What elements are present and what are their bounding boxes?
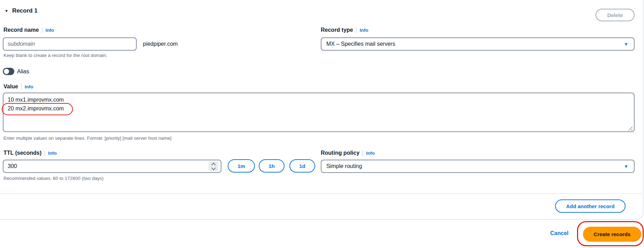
record-type-label-row: Record type Info [321, 27, 368, 34]
record-section-header[interactable]: ▼ Record 1 [5, 7, 38, 14]
create-records-button[interactable]: Create records [583, 227, 641, 242]
delete-record-button[interactable]: Delete [596, 9, 635, 21]
value-info-link[interactable]: Info [25, 84, 33, 89]
record-name-label-row: Record name Info [3, 27, 54, 34]
value-label: Value [3, 83, 18, 90]
alias-label: Alias [17, 68, 29, 75]
cancel-link[interactable]: Cancel [550, 230, 568, 236]
routing-policy-select[interactable]: Simple routing ▼ [321, 160, 635, 173]
ttl-stepper[interactable] [209, 161, 218, 171]
value-textarea[interactable]: 10 mx1.improvmx.com 20 mx2.improvmx.com [3, 93, 635, 132]
add-another-record-button[interactable]: Add another record [555, 199, 626, 213]
routing-policy-selected-value: Simple routing [326, 163, 362, 169]
chevron-down-icon: ▼ [624, 42, 628, 46]
ttl-preset-1h-button[interactable]: 1h [259, 159, 285, 173]
value-helper: Enter multiple values on separate lines.… [3, 136, 172, 141]
routing-policy-label-row: Routing policy Info [321, 149, 375, 156]
ttl-info-link[interactable]: Info [48, 151, 57, 156]
label-separator [363, 150, 363, 156]
label-separator [45, 150, 45, 156]
collapse-arrow-icon[interactable]: ▼ [5, 9, 8, 13]
quick-create-record-form: ▼ Record 1 Delete Record name Info piedp… [0, 0, 644, 248]
label-separator [42, 27, 42, 33]
chevron-down-icon: ▼ [624, 164, 628, 169]
ttl-preset-1m-button[interactable]: 1m [228, 159, 255, 173]
card-divider [0, 194, 643, 194]
stepper-down-icon[interactable] [211, 166, 216, 170]
record-type-select[interactable]: MX – Specifies mail servers ▼ [321, 37, 635, 51]
value-label-row: Value Info [3, 83, 33, 90]
toggle-knob [4, 69, 9, 74]
routing-policy-label: Routing policy [321, 150, 359, 156]
ttl-preset-1d-button[interactable]: 1d [289, 159, 315, 173]
record-name-label: Record name [3, 27, 39, 33]
root-domain-suffix: piedpiper.com [143, 41, 178, 47]
record-type-info-link[interactable]: Info [359, 28, 368, 33]
alias-toggle[interactable] [3, 68, 14, 75]
label-separator [356, 27, 356, 33]
routing-policy-info-link[interactable]: Info [366, 151, 375, 156]
ttl-input[interactable] [3, 160, 221, 173]
record-title: Record 1 [12, 7, 38, 14]
label-separator [21, 84, 22, 89]
ttl-label-row: TTL (seconds) Info [3, 149, 57, 156]
ttl-helper: Recommended values: 60 to 172800 (two da… [3, 176, 104, 181]
record-type-label: Record type [321, 27, 353, 33]
record-name-input[interactable] [3, 37, 137, 51]
record-name-info-link[interactable]: Info [45, 28, 54, 33]
ttl-label: TTL (seconds) [3, 150, 41, 156]
record-type-selected-value: MX – Specifies mail servers [326, 41, 395, 47]
record-name-helper: Keep blank to create a record for the ro… [3, 53, 107, 58]
